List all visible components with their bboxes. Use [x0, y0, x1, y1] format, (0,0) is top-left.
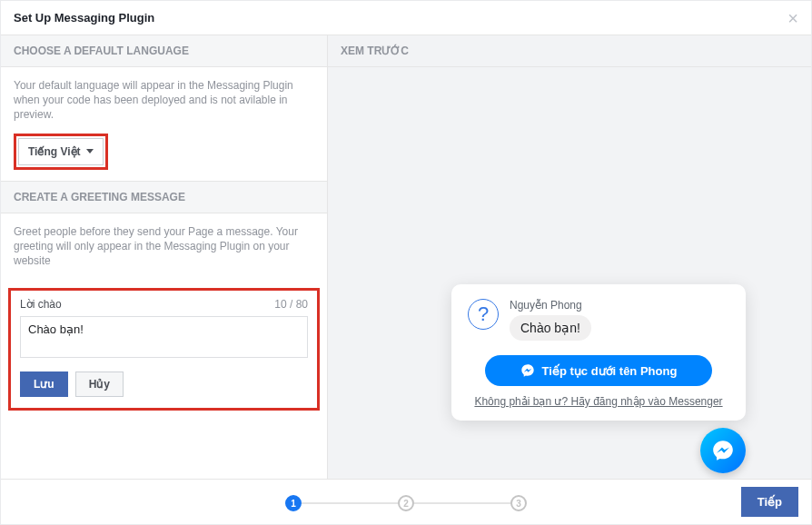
highlight-box: Tiếng Việt — [14, 134, 108, 170]
preview-panel: XEM TRƯỚC ? Nguyễn Phong Chào bạn! Tiếp … — [328, 35, 811, 479]
not-you-link[interactable]: Không phải bạn ư? Hãy đăng nhập vào Mess… — [474, 395, 722, 408]
step-indicator-1[interactable]: 1 — [285, 495, 302, 511]
char-counter: 10 / 80 — [274, 298, 308, 311]
dialog-title: Set Up Messaging Plugin — [14, 11, 154, 25]
greeting-field-label: Lời chào — [20, 298, 62, 311]
language-section-body: Your default language will appear in the… — [1, 67, 327, 181]
wizard-steps: 1 2 3 — [285, 495, 527, 511]
close-icon[interactable]: × — [787, 9, 798, 27]
chevron-down-icon — [86, 149, 94, 154]
step-line — [302, 502, 398, 504]
save-button[interactable]: Lưu — [20, 371, 68, 397]
cancel-button[interactable]: Hủy — [75, 371, 124, 397]
continue-button-label: Tiếp tục dưới tên Phong — [542, 364, 678, 378]
language-selected-label: Tiếng Việt — [28, 144, 81, 159]
next-button[interactable]: Tiếp — [741, 487, 798, 517]
settings-panel: CHOOSE A DEFAULT LANGUAGE Your default l… — [1, 35, 328, 479]
titlebar: Set Up Messaging Plugin × — [1, 1, 811, 35]
language-help-text: Your default language will appear in the… — [14, 78, 314, 123]
messenger-icon — [520, 363, 535, 378]
setup-dialog: Set Up Messaging Plugin × CHOOSE A DEFAU… — [0, 0, 812, 525]
greeting-section-header: CREATE A GREETING MESSAGE — [1, 181, 327, 213]
language-section-header: CHOOSE A DEFAULT LANGUAGE — [1, 35, 327, 67]
language-dropdown[interactable]: Tiếng Việt — [18, 138, 104, 165]
messenger-icon — [711, 439, 735, 462]
preview-user-name: Nguyễn Phong — [510, 299, 591, 312]
step-line — [414, 502, 510, 504]
chat-preview-card: ? Nguyễn Phong Chào bạn! Tiếp tục dưới t… — [451, 284, 746, 421]
greeting-section-body: Greet people before they send your Page … — [1, 213, 327, 280]
step-indicator-3[interactable]: 3 — [510, 495, 527, 511]
highlight-box: Lời chào 10 / 80 Lưu Hủy — [8, 288, 320, 411]
messenger-fab[interactable] — [700, 428, 746, 473]
step-indicator-2[interactable]: 2 — [398, 495, 414, 511]
greeting-input[interactable] — [20, 316, 308, 358]
preview-greeting-bubble: Chào bạn! — [510, 315, 591, 341]
not-you-row: Không phải bạn ư? Hãy đăng nhập vào Mess… — [468, 395, 729, 408]
greeting-help-text: Greet people before they send your Page … — [14, 224, 314, 269]
dialog-body: CHOOSE A DEFAULT LANGUAGE Your default l… — [1, 35, 811, 479]
avatar-placeholder-icon: ? — [468, 299, 499, 330]
continue-button[interactable]: Tiếp tục dưới tên Phong — [485, 355, 712, 386]
preview-header: XEM TRƯỚC — [328, 35, 811, 67]
